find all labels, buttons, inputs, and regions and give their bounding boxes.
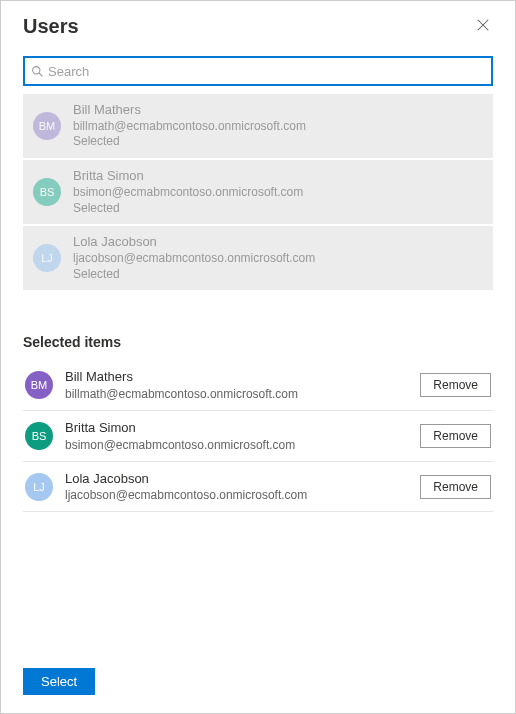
selected-info: Britta Simon bsimon@ecmabmcontoso.onmicr…	[65, 419, 420, 453]
selected-name: Britta Simon	[65, 419, 420, 437]
remove-button[interactable]: Remove	[420, 424, 491, 448]
close-icon	[476, 18, 490, 35]
search-result-item[interactable]: BS Britta Simon bsimon@ecmabmcontoso.onm…	[23, 160, 493, 224]
result-email: ljacobson@ecmabmcontoso.onmicrosoft.com	[73, 251, 315, 267]
panel-title: Users	[23, 15, 79, 38]
result-name: Bill Mathers	[73, 102, 306, 119]
result-status: Selected	[73, 134, 306, 150]
selected-item: BM Bill Mathers billmath@ecmabmcontoso.o…	[23, 360, 493, 411]
selected-info: Lola Jacobson ljacobson@ecmabmcontoso.on…	[65, 470, 420, 504]
search-box[interactable]	[23, 56, 493, 86]
avatar: LJ	[25, 473, 53, 501]
panel-footer: Select	[23, 668, 95, 695]
selected-name: Lola Jacobson	[65, 470, 420, 488]
selected-email: ljacobson@ecmabmcontoso.onmicrosoft.com	[65, 487, 420, 503]
selected-items-list: BM Bill Mathers billmath@ecmabmcontoso.o…	[1, 360, 515, 512]
select-button[interactable]: Select	[23, 668, 95, 695]
avatar: BS	[25, 422, 53, 450]
result-name: Lola Jacobson	[73, 234, 315, 251]
result-status: Selected	[73, 267, 315, 283]
selected-info: Bill Mathers billmath@ecmabmcontoso.onmi…	[65, 368, 420, 402]
avatar: LJ	[33, 244, 61, 272]
selected-email: bsimon@ecmabmcontoso.onmicrosoft.com	[65, 437, 420, 453]
search-container	[1, 56, 515, 94]
selected-name: Bill Mathers	[65, 368, 420, 386]
result-email: bsimon@ecmabmcontoso.onmicrosoft.com	[73, 185, 303, 201]
remove-button[interactable]: Remove	[420, 475, 491, 499]
result-info: Britta Simon bsimon@ecmabmcontoso.onmicr…	[73, 168, 303, 216]
selected-email: billmath@ecmabmcontoso.onmicrosoft.com	[65, 386, 420, 402]
search-results-list: BM Bill Mathers billmath@ecmabmcontoso.o…	[23, 94, 493, 290]
avatar: BS	[33, 178, 61, 206]
result-status: Selected	[73, 201, 303, 217]
selected-item: BS Britta Simon bsimon@ecmabmcontoso.onm…	[23, 411, 493, 462]
panel-header: Users	[1, 1, 515, 56]
remove-button[interactable]: Remove	[420, 373, 491, 397]
result-name: Britta Simon	[73, 168, 303, 185]
search-result-item[interactable]: LJ Lola Jacobson ljacobson@ecmabmcontoso…	[23, 226, 493, 290]
result-info: Bill Mathers billmath@ecmabmcontoso.onmi…	[73, 102, 306, 150]
search-icon	[31, 65, 44, 78]
result-info: Lola Jacobson ljacobson@ecmabmcontoso.on…	[73, 234, 315, 282]
close-button[interactable]	[473, 17, 493, 37]
svg-line-3	[39, 73, 42, 76]
selected-item: LJ Lola Jacobson ljacobson@ecmabmcontoso…	[23, 462, 493, 513]
avatar: BM	[33, 112, 61, 140]
avatar: BM	[25, 371, 53, 399]
result-email: billmath@ecmabmcontoso.onmicrosoft.com	[73, 119, 306, 135]
search-result-item[interactable]: BM Bill Mathers billmath@ecmabmcontoso.o…	[23, 94, 493, 158]
search-input[interactable]	[48, 64, 485, 79]
selected-items-heading: Selected items	[1, 290, 515, 360]
svg-point-2	[33, 66, 40, 73]
